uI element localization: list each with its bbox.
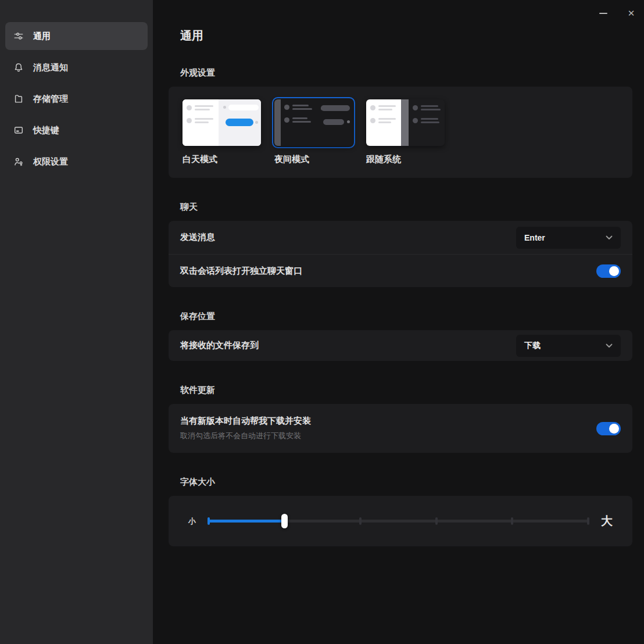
slider-tick — [587, 517, 589, 525]
hotkey-icon — [13, 124, 24, 136]
page-title: 通用 — [169, 28, 632, 44]
sidebar-item-label: 存储管理 — [33, 94, 68, 105]
font-size-row: 小 大 — [169, 496, 632, 546]
bell-icon — [13, 62, 24, 73]
sidebar-item-label: 消息通知 — [33, 62, 68, 73]
sidebar-item-shortcuts[interactable]: 快捷键 — [5, 116, 148, 144]
font-size-heading: 字体大小 — [169, 477, 632, 488]
sidebar-item-storage[interactable]: 存储管理 — [5, 85, 148, 113]
appearance-heading: 外观设置 — [169, 67, 632, 78]
minimize-button[interactable] — [594, 6, 613, 21]
sidebar-item-general[interactable]: 通用 — [5, 22, 148, 50]
sidebar-item-permissions[interactable]: 权限设置 — [5, 148, 148, 176]
double-click-row: 双击会话列表打开独立聊天窗口 — [169, 254, 632, 287]
auto-update-label: 当有新版本时自动帮我下载并安装 — [180, 416, 311, 427]
slider-tick — [435, 517, 438, 525]
slider-tick — [207, 517, 210, 525]
font-size-slider[interactable] — [209, 513, 588, 529]
dark-theme-thumbnail — [274, 99, 353, 146]
slider-thumb[interactable] — [281, 514, 288, 528]
send-message-label: 发送消息 — [180, 232, 215, 243]
auto-update-row: 当有新版本时自动帮我下载并安装 取消勾选后将不会自动进行下载安装 — [169, 404, 632, 453]
auto-update-description: 取消勾选后将不会自动进行下载安装 — [180, 431, 311, 441]
auto-update-text: 当有新版本时自动帮我下载并安装 取消勾选后将不会自动进行下载安装 — [180, 416, 311, 441]
permission-icon — [13, 156, 24, 167]
slider-tick — [359, 517, 362, 525]
theme-option-light[interactable]: 白天模式 — [180, 97, 263, 165]
toggle-knob — [609, 266, 619, 276]
update-card: 当有新版本时自动帮我下载并安装 取消勾选后将不会自动进行下载安装 — [169, 404, 632, 453]
storage-icon — [13, 93, 24, 105]
double-click-label: 双击会话列表打开独立聊天窗口 — [180, 266, 302, 277]
sidebar-item-notifications[interactable]: 消息通知 — [5, 53, 148, 81]
sidebar-item-label: 通用 — [33, 31, 51, 42]
chevron-down-icon — [606, 235, 613, 240]
close-icon: ✕ — [628, 8, 635, 19]
font-size-min-label: 小 — [188, 516, 196, 527]
settings-sidebar: 通用 消息通知 存储管理 快捷键 权限设置 — [0, 0, 153, 644]
theme-thumb-border — [180, 97, 263, 148]
tune-icon — [13, 30, 24, 42]
save-location-label: 将接收的文件保存到 — [180, 340, 259, 351]
save-card: 将接收的文件保存到 下载 — [169, 330, 632, 361]
font-size-max-label: 大 — [601, 513, 613, 529]
appearance-card: 白天模式 夜间模式 — [169, 87, 632, 178]
save-heading: 保存位置 — [169, 311, 632, 322]
save-location-dropdown[interactable]: 下载 — [516, 335, 621, 357]
theme-thumb-border — [272, 97, 355, 148]
send-message-row: 发送消息 Enter — [169, 221, 632, 254]
chat-card: 发送消息 Enter 双击会话列表打开独立聊天窗口 — [169, 221, 632, 287]
system-theme-thumbnail — [366, 99, 445, 146]
auto-update-toggle[interactable] — [596, 422, 621, 435]
theme-label-system: 跟随系统 — [364, 154, 447, 165]
toggle-knob — [609, 424, 619, 434]
minimize-icon — [599, 13, 607, 14]
font-size-card: 小 大 — [169, 496, 632, 546]
slider-tick — [511, 517, 513, 525]
light-theme-thumbnail — [183, 99, 261, 146]
slider-fill — [209, 520, 285, 523]
send-key-dropdown[interactable]: Enter — [516, 227, 621, 249]
theme-label-light: 白天模式 — [180, 154, 263, 165]
settings-main: 通用 外观设置 白天模式 — [153, 0, 644, 644]
theme-label-dark: 夜间模式 — [272, 154, 355, 165]
double-click-toggle[interactable] — [596, 264, 621, 278]
sidebar-item-label: 快捷键 — [33, 125, 59, 136]
sidebar-item-label: 权限设置 — [33, 156, 68, 167]
update-heading: 软件更新 — [169, 385, 632, 396]
chevron-down-icon — [606, 344, 613, 348]
close-button[interactable]: ✕ — [622, 6, 641, 21]
theme-option-dark[interactable]: 夜间模式 — [272, 97, 355, 165]
window-controls: ✕ — [594, 6, 641, 21]
theme-option-system[interactable]: 跟随系统 — [364, 97, 447, 165]
theme-thumb-border — [364, 97, 447, 148]
save-location-value: 下载 — [524, 341, 541, 351]
chat-heading: 聊天 — [169, 202, 632, 213]
save-location-row: 将接收的文件保存到 下载 — [169, 330, 632, 361]
send-key-value: Enter — [524, 233, 545, 242]
